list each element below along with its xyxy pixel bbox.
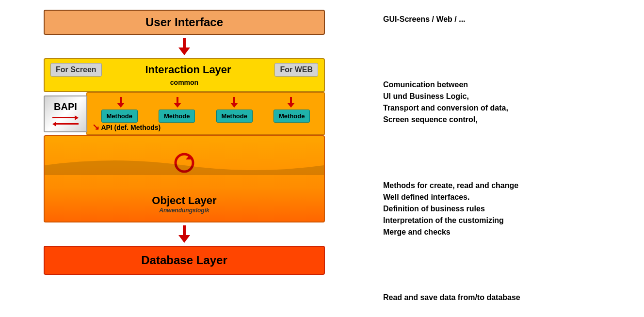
arrow-object-to-db <box>178 225 190 243</box>
db-description-section: Read and save data from/to database <box>383 288 629 307</box>
ui-description-section: GUI-Screens / Web / ... <box>383 10 629 29</box>
method-arrow-1 <box>117 97 125 108</box>
db-description-text: Read and save data from/to database <box>383 292 629 303</box>
interaction-subtitle: common <box>50 79 318 86</box>
method-3: Methode <box>216 110 253 123</box>
left-panel: User Interface For Screen Interaction La… <box>0 0 369 317</box>
user-interface-title: User Interface <box>145 16 223 29</box>
bapi-arrow-right <box>52 115 79 120</box>
method-2: Methode <box>159 110 195 123</box>
method-1: Methode <box>101 110 138 123</box>
bapi-label: BAPI <box>54 101 77 112</box>
interaction-description-section: Comunication between UI und Business Log… <box>383 75 629 129</box>
for-web-badge: For WEB <box>274 63 318 77</box>
object-layer-box: Object Layer Anwendungslogik <box>44 135 325 222</box>
arrow-head-2 <box>178 235 190 243</box>
bapi-box: BAPI <box>44 95 87 132</box>
for-screen-badge: For Screen <box>50 63 102 77</box>
api-label: ↘ API (def. Methods) <box>92 122 161 132</box>
ui-description-text: GUI-Screens / Web / ... <box>383 14 629 25</box>
object-description-text: Methods for create, read and change Well… <box>383 180 629 238</box>
methods-row: Methode Methode Methode Methode <box>92 110 319 123</box>
object-layer-title: Object Layer <box>152 194 216 207</box>
method-arrow-4 <box>287 97 295 108</box>
method-4: Methode <box>274 110 310 123</box>
object-layer-wave <box>45 156 324 175</box>
bapi-arrows <box>52 115 79 127</box>
methods-arrows-row <box>92 97 319 108</box>
arrow-head <box>178 48 190 55</box>
interaction-description-text: Comunication between UI und Business Log… <box>383 79 629 126</box>
method-arrow-3 <box>230 97 238 108</box>
interaction-layer-title: Interaction Layer <box>102 63 275 76</box>
interaction-header: For Screen Interaction Layer For WEB <box>50 63 318 77</box>
object-layer-subtitle: Anwendungslogik <box>159 207 209 214</box>
arrow-ui-to-interaction <box>178 38 190 55</box>
object-description-section: Methods for create, read and change Well… <box>383 176 629 242</box>
method-arrow-2 <box>174 97 181 108</box>
bapi-row: BAPI <box>44 92 325 135</box>
arrow-shaft-2 <box>183 225 186 235</box>
right-panel: GUI-Screens / Web / ... Comunication bet… <box>369 0 644 317</box>
bapi-arrow-left <box>52 122 79 127</box>
database-layer-box: Database Layer <box>44 246 325 275</box>
methods-section: Methode Methode Methode Methode ↘ API (d… <box>86 92 325 135</box>
user-interface-box: User Interface <box>44 10 325 35</box>
database-layer-title: Database Layer <box>141 254 227 267</box>
arrow-shaft <box>183 38 186 48</box>
interaction-layer-box: For Screen Interaction Layer For WEB com… <box>44 58 325 92</box>
